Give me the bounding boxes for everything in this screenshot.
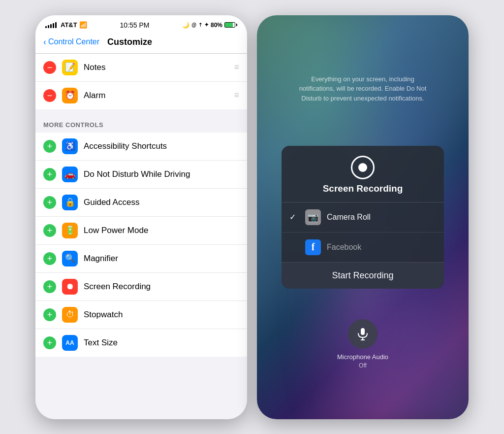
guided-access-icon: 🔒 [62, 195, 78, 210]
accessibility-icon: ♿ [62, 138, 78, 154]
chevron-left-icon: ‹ [43, 37, 46, 47]
list-item[interactable]: + 🔋 Low Power Mode [35, 217, 247, 245]
nav-bar: ‹ Control Center Customize [35, 33, 247, 54]
time-display: 10:55 PM [120, 21, 149, 29]
list-item[interactable]: − 📝 Notes ≡ [35, 54, 247, 82]
add-screen-recording-button[interactable]: + [43, 280, 56, 293]
camera-roll-label: Camera Roll [327, 213, 371, 222]
screen-recording-label: Screen Recording [84, 282, 239, 292]
more-controls-section: + ♿ Accessibility Shortcuts + 🚗 Do Not D… [35, 133, 247, 357]
microphone-button[interactable] [348, 319, 378, 349]
alarm-label: Alarm [84, 91, 228, 100]
svg-rect-0 [361, 328, 365, 335]
remove-notes-button[interactable]: − [43, 61, 56, 74]
more-controls-header: MORE CONTROLS [35, 109, 247, 133]
remove-alarm-button[interactable]: − [43, 89, 56, 102]
airdrop-icon: ⇡ [198, 22, 202, 28]
hint-text: Everything on your screen, including not… [299, 74, 427, 103]
status-bar: AT&T 📶 10:55 PM 🌙 @ ⇡ ✦ 80% [35, 15, 247, 33]
back-label[interactable]: Control Center [48, 37, 99, 46]
camera-roll-option[interactable]: ✓ 📷 Camera Roll [282, 202, 444, 233]
wifi-icon: 📶 [79, 21, 87, 29]
iphone-settings-panel: AT&T 📶 10:55 PM 🌙 @ ⇡ ✦ 80% ‹ Control Ce… [35, 15, 247, 419]
low-power-icon: 🔋 [62, 223, 78, 238]
settings-list: − 📝 Notes ≡ − ⏰ Alarm ≡ MORE CONTROLS + … [35, 54, 247, 419]
ios-screen-panel: Everything on your screen, including not… [257, 15, 469, 419]
list-item[interactable]: + ⏺ Screen Recording [35, 273, 247, 301]
add-accessibility-button[interactable]: + [43, 140, 56, 153]
status-right: 🌙 @ ⇡ ✦ 80% [182, 22, 237, 29]
notes-label: Notes [84, 63, 228, 72]
carrier-label: AT&T [61, 21, 77, 29]
mic-audio-label: Microphone Audio Off [337, 353, 388, 370]
add-guided-access-button[interactable]: + [43, 196, 56, 209]
list-item[interactable]: − ⏰ Alarm ≡ [35, 82, 247, 109]
add-low-power-button[interactable]: + [43, 224, 56, 237]
mic-section: Microphone Audio Off [337, 319, 388, 370]
list-item[interactable]: + 🔍 Magnifier [35, 245, 247, 273]
list-item[interactable]: + 🔒 Guided Access [35, 189, 247, 217]
popup-header: Screen Recording [282, 146, 444, 202]
guided-access-label: Guided Access [84, 198, 239, 207]
notes-icon: 📝 [62, 60, 78, 75]
battery-icon [224, 22, 237, 28]
add-stopwatch-button[interactable]: + [43, 308, 56, 321]
text-size-label: Text Size [84, 338, 239, 348]
bluetooth-icon: ✦ [204, 22, 209, 28]
drag-handle[interactable]: ≡ [234, 62, 239, 72]
list-item[interactable]: + AA Text Size [35, 329, 247, 357]
signal-bars [45, 22, 57, 28]
location-icon: @ [191, 22, 196, 28]
mic-label-line1: Microphone Audio [337, 353, 388, 362]
list-item[interactable]: + 🚗 Do Not Disturb While Driving [35, 161, 247, 189]
stopwatch-icon: ⏱ [62, 307, 78, 323]
checkmark-icon: ✓ [289, 212, 299, 222]
screen-recording-icon: ⏺ [62, 279, 78, 295]
facebook-icon: f [305, 239, 321, 255]
text-size-icon: AA [62, 335, 78, 351]
accessibility-label: Accessibility Shortcuts [84, 141, 239, 151]
magnifier-label: Magnifier [84, 254, 239, 264]
start-recording-button[interactable]: Start Recording [282, 262, 444, 289]
included-section: − 📝 Notes ≡ − ⏰ Alarm ≡ [35, 54, 247, 109]
screen-recording-popup: Screen Recording ✓ 📷 Camera Roll ✓ f Fac… [282, 146, 444, 289]
facebook-label: Facebook [327, 243, 361, 252]
mic-label-line2: Off [337, 362, 388, 370]
add-dnd-driving-button[interactable]: + [43, 168, 56, 181]
empty-checkmark: ✓ [289, 242, 299, 252]
list-item[interactable]: + ♿ Accessibility Shortcuts [35, 133, 247, 161]
popup-title: Screen Recording [323, 183, 403, 194]
moon-icon: 🌙 [182, 22, 189, 29]
record-icon [351, 156, 375, 179]
low-power-label: Low Power Mode [84, 226, 239, 235]
drag-handle[interactable]: ≡ [234, 90, 239, 100]
microphone-icon [356, 327, 370, 341]
back-button[interactable]: ‹ Control Center [43, 37, 99, 47]
stopwatch-label: Stopwatch [84, 310, 239, 320]
camera-roll-icon: 📷 [305, 209, 321, 225]
magnifier-icon: 🔍 [62, 251, 78, 267]
add-magnifier-button[interactable]: + [43, 252, 56, 265]
battery-percent: 80% [211, 22, 222, 29]
list-item[interactable]: + ⏱ Stopwatch [35, 301, 247, 329]
dnd-driving-label: Do Not Disturb While Driving [84, 169, 239, 179]
alarm-icon: ⏰ [62, 88, 78, 103]
record-icon-inner [358, 163, 367, 172]
add-text-size-button[interactable]: + [43, 336, 56, 349]
page-title: Customize [107, 37, 152, 47]
dnd-driving-icon: 🚗 [62, 167, 78, 182]
status-left: AT&T 📶 [45, 21, 87, 29]
facebook-option[interactable]: ✓ f Facebook [282, 233, 444, 262]
